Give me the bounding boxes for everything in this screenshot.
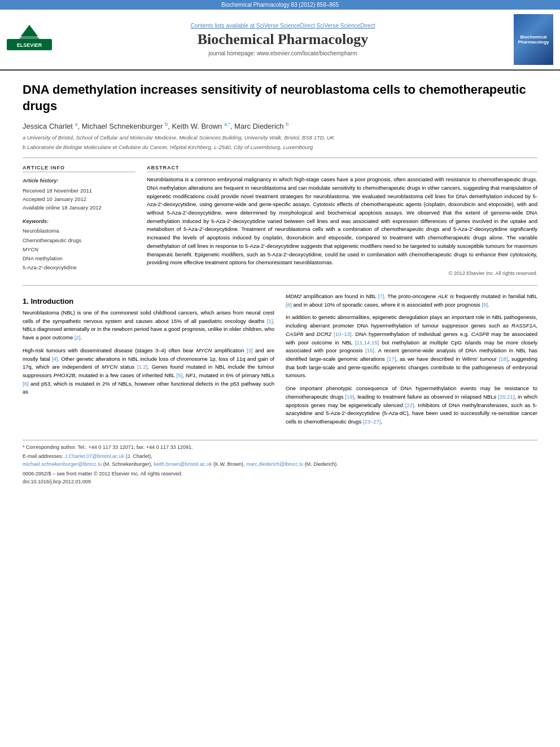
divider-1 [23, 158, 537, 158]
intro-right-paragraph-1: MDM2 amplification are found in NBL [7].… [286, 292, 537, 309]
footnote-section: * Corresponding author. Tel.: +44 0 117 … [23, 440, 537, 486]
ref-9[interactable]: [9] [482, 302, 488, 308]
history-label: Article history: [23, 177, 135, 185]
journal-reference-text: Biochemical Pharmacology 83 (2012) 858–8… [221, 2, 339, 8]
journal-header: ELSEVIER Contents lists available at Sci… [0, 10, 560, 71]
header-center: Contents lists available at SciVerse Sci… [52, 23, 514, 56]
contents-label: Contents lists available at [191, 23, 255, 29]
email-name-2: (M. Schnekenburger), [103, 461, 152, 467]
journal-homepage: journal homepage: www.elsevier.com/locat… [63, 50, 502, 56]
email-link-4[interactable]: marc.diederich@lbmcc.lu [246, 461, 303, 467]
article-info-column: ARTICLE INFO Article history: Received 1… [23, 165, 135, 276]
abstract-text: Neuroblastoma is a common embryonal mali… [147, 176, 537, 267]
ref-17[interactable]: [17] [387, 356, 396, 362]
email-name-1: (J. Charlet), [126, 453, 152, 459]
ref-16[interactable]: [16] [365, 347, 374, 353]
corresponding-author: * Corresponding author. Tel.: +44 0 117 … [23, 444, 537, 452]
keyword-4: DNA methylation [23, 254, 135, 263]
email-link-3[interactable]: keith.brown@bristol.ac.uk [154, 461, 212, 467]
abstract-label: ABSTRACT [147, 165, 537, 172]
available-date: Available online 18 January 2012 [23, 203, 135, 212]
ref-20-21[interactable]: [20,21] [498, 394, 514, 400]
journal-title: Biochemical Pharmacology [63, 31, 502, 48]
ref-1-2[interactable]: [1,2] [137, 364, 148, 370]
article-title: DNA demethylation increases sensitivity … [23, 82, 537, 114]
issn-line: 0006-2952/$ – see front matter © 2012 El… [23, 470, 537, 478]
ref-11-14-15[interactable]: [11,14,15] [355, 339, 379, 346]
affiliation-b: b Laboratoire de Biologie Moléculaire et… [23, 143, 537, 151]
journal-cover-image: Biochemical Pharmacology [514, 14, 553, 65]
body-left-column: 1. Introduction Neuroblastoma (NBL) is o… [23, 292, 274, 431]
intro-paragraph-2: High-risk tumours with disseminated dise… [23, 347, 274, 396]
svg-marker-3 [18, 29, 41, 40]
ref-10-13[interactable]: [10–13] [334, 331, 352, 337]
sciverse-text: SciVerse ScienceDirect [256, 23, 315, 29]
ref-18[interactable]: [18] [499, 356, 508, 362]
ref-6[interactable]: [6] [23, 381, 29, 387]
email-addresses: E-mail addresses: J.Charlet.07@bristol.a… [23, 453, 537, 468]
authors-line: Jessica Charlet a, Michael Schnekenburge… [23, 121, 537, 130]
ref-19[interactable]: [19] [345, 394, 355, 400]
ref-2[interactable]: [2] [75, 334, 81, 340]
accepted-date: Accepted 10 January 2012 [23, 195, 135, 203]
sciverse-link[interactable]: Contents lists available at SciVerse Sci… [63, 23, 502, 29]
body-section: 1. Introduction Neuroblastoma (NBL) is o… [23, 292, 537, 431]
ref-4[interactable]: [4] [52, 356, 58, 362]
email-name-3: (K.W. Brown), [213, 461, 245, 467]
keywords-list: Neuroblastoma Chemotherapeutic drugs MYC… [23, 226, 135, 272]
main-content: DNA demethylation increases sensitivity … [0, 71, 560, 497]
ref-1[interactable]: [1] [267, 318, 273, 324]
intro-heading: 1. Introduction [23, 297, 274, 305]
keyword-3: MYCN [23, 245, 135, 254]
article-history: Article history: Received 18 November 20… [23, 177, 135, 212]
keyword-1: Neuroblastoma [23, 226, 135, 235]
keywords-label: Keywords: [23, 217, 135, 225]
elsevier-logo: ELSEVIER [7, 22, 52, 58]
received-date: Received 18 November 2011 [23, 186, 135, 195]
author-jessica: Jessica Charlet a, Michael Schnekenburge… [23, 122, 288, 130]
ref-8[interactable]: [8] [286, 302, 292, 308]
email-link-1[interactable]: J.Charlet.07@bristol.ac.uk [65, 453, 125, 459]
email-link-2[interactable]: michael.schnekenburger@lbmcc.lu [23, 461, 102, 467]
body-right-column: MDM2 amplification are found in NBL [7].… [286, 292, 537, 431]
svg-text:ELSEVIER: ELSEVIER [17, 42, 42, 48]
journal-reference-bar: Biochemical Pharmacology 83 (2012) 858–8… [0, 0, 560, 10]
keyword-2: Chemotherapeutic drugs [23, 236, 135, 245]
divider-2 [23, 285, 537, 286]
intro-right-paragraph-2: In addition to genetic abnormalities, ep… [286, 313, 537, 380]
ref-23-27[interactable]: [23–27] [363, 418, 381, 425]
article-info-label: ARTICLE INFO [23, 165, 135, 172]
copyright-text: © 2012 Elsevier Inc. All rights reserved… [147, 270, 537, 276]
ref-3[interactable]: [3] [247, 347, 253, 353]
email-name-4: (M. Diederich). [305, 461, 338, 467]
intro-paragraph-1: Neuroblastoma (NBL) is one of the common… [23, 309, 274, 342]
keyword-5: 5-Aza-2′-deoxycytidine [23, 263, 135, 272]
info-abstract-section: ARTICLE INFO Article history: Received 1… [23, 165, 537, 276]
ref-22[interactable]: [22] [405, 402, 414, 408]
doi-line: doi:10.1016/j.bcp.2012.01.009 [23, 478, 537, 486]
intro-right-paragraph-3: One important phenotypic consequence of … [286, 385, 537, 426]
ref-7[interactable]: [7] [378, 293, 384, 299]
abstract-column: ABSTRACT Neuroblastoma is a common embry… [147, 165, 537, 276]
keywords-block: Keywords: Neuroblastoma Chemotherapeutic… [23, 217, 135, 272]
affiliation-a: a University of Bristol, School of Cellu… [23, 134, 537, 141]
emails-label: E-mail addresses: [23, 453, 63, 459]
ref-5[interactable]: [5] [177, 372, 183, 378]
